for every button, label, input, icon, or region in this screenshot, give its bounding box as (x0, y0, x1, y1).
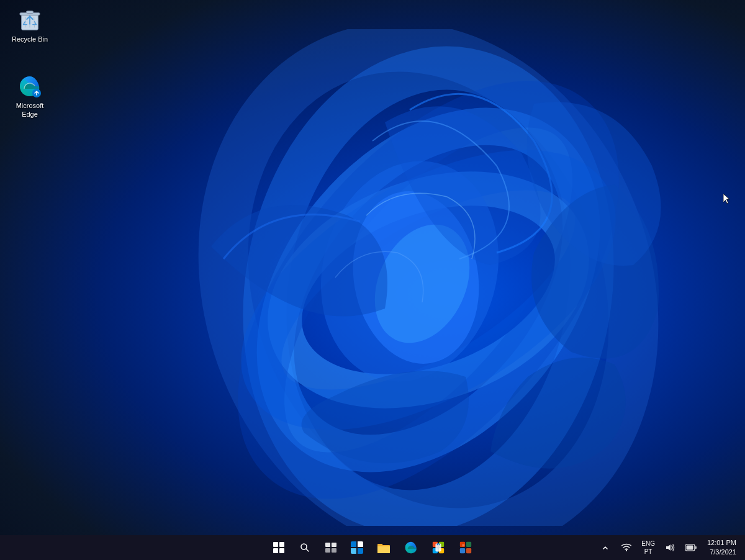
file-explorer-icon (377, 541, 391, 554)
recycle-bin-image (17, 7, 42, 32)
widgets-icon (351, 541, 363, 554)
network-icon-button[interactable] (618, 539, 635, 556)
recycle-bin-label: Recycle Bin (12, 35, 48, 43)
language-button[interactable]: ENG PT (639, 538, 657, 557)
task-view-icon (325, 543, 336, 553)
svg-rect-30 (466, 548, 471, 553)
svg-point-6 (297, 141, 523, 402)
file-explorer-button[interactable] (371, 536, 396, 559)
start-button[interactable] (267, 536, 291, 559)
clock-date: 7/3/2021 (710, 548, 736, 557)
svg-point-4 (199, 47, 658, 526)
system-tray: ENG PT 12:01 PM 7/3/2021 (597, 537, 740, 559)
language-text: ENG PT (641, 540, 655, 556)
microsoft-edge-icon[interactable]: Microsoft Edge (5, 71, 55, 122)
network-icon (621, 543, 631, 552)
taskbar-edge-button[interactable] (399, 536, 423, 559)
svg-rect-28 (466, 542, 471, 547)
svg-rect-34 (686, 546, 693, 550)
svg-rect-20 (325, 548, 330, 553)
office-icon (459, 541, 472, 554)
clock-time: 12:01 PM (707, 538, 736, 548)
show-hidden-icons-button[interactable] (597, 539, 614, 556)
speaker-button[interactable] (661, 539, 679, 556)
svg-point-1 (230, 42, 626, 526)
office-button[interactable] (453, 536, 478, 559)
mouse-cursor (723, 194, 731, 205)
svg-point-31 (626, 550, 627, 551)
widgets-button[interactable] (345, 536, 369, 559)
svg-point-2 (214, 68, 643, 513)
svg-rect-19 (332, 543, 336, 547)
store-icon (431, 541, 445, 554)
svg-point-8 (356, 209, 487, 358)
search-button[interactable] (293, 536, 317, 559)
svg-rect-18 (325, 543, 330, 547)
svg-point-0 (156, 29, 700, 526)
recycle-bin-icon[interactable]: Recycle Bin (5, 5, 55, 46)
svg-rect-29 (460, 548, 465, 553)
edge-label: Microsoft Edge (7, 101, 52, 119)
edge-image (17, 74, 42, 99)
taskbar-center (267, 536, 478, 559)
windows-logo (273, 542, 284, 553)
desktop: Recycle Bin (0, 0, 745, 535)
taskbar: ENG PT 12:01 PM 7/3/2021 (0, 535, 745, 560)
clock-button[interactable]: 12:01 PM 7/3/2021 (703, 537, 740, 559)
battery-icon (685, 544, 697, 551)
svg-rect-21 (332, 548, 336, 553)
svg-rect-26 (435, 544, 441, 552)
speaker-icon (665, 543, 675, 552)
taskbar-edge-icon (404, 541, 418, 554)
svg-point-3 (256, 151, 600, 428)
battery-button[interactable] (682, 539, 700, 556)
svg-point-7 (340, 181, 492, 374)
search-icon (300, 543, 310, 553)
store-button[interactable] (426, 536, 451, 559)
svg-rect-11 (26, 11, 33, 14)
svg-rect-33 (695, 546, 697, 549)
wallpaper-bloom (149, 29, 708, 526)
task-view-button[interactable] (319, 536, 343, 559)
chevron-up-icon (602, 544, 608, 551)
svg-line-17 (306, 549, 309, 551)
svg-point-5 (224, 122, 633, 458)
